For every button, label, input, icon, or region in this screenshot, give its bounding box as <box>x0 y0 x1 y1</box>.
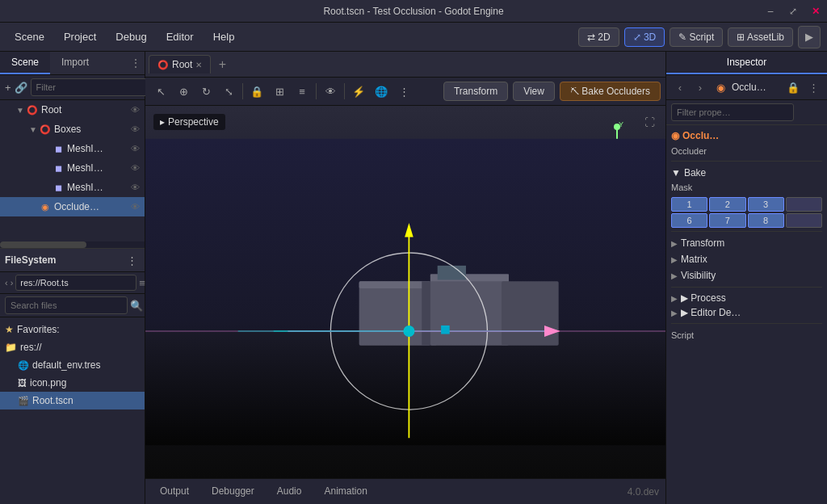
occluder-label: Occluder <box>671 146 822 156</box>
fs-path-options[interactable]: ≡ <box>139 275 145 291</box>
insp-editor-de-section[interactable]: ▶ ▶ Editor De… <box>671 305 822 320</box>
tree-vis-occluder[interactable]: 👁 <box>128 200 141 213</box>
tree-vis-mesh3[interactable]: 👁 <box>128 181 141 194</box>
mask-cell-2[interactable]: 2 <box>709 197 745 212</box>
close-button[interactable]: ✕ <box>804 0 827 23</box>
scale-tool-button[interactable]: ⤡ <box>218 81 239 102</box>
scene-filter-input[interactable] <box>31 78 153 96</box>
tab-debugger[interactable]: Debugger <box>204 482 262 502</box>
tab-inspector[interactable]: Inspector <box>666 52 827 74</box>
3d-viewport[interactable]: ▸ Perspective ⛶ Y Z X <box>145 106 665 478</box>
btn-script[interactable]: ✎ Script <box>670 27 723 47</box>
snap-button[interactable]: ≡ <box>292 81 313 102</box>
root-tab-icon: ⭕ <box>157 60 169 70</box>
version-label: 4.0.dev <box>628 486 659 498</box>
insp-history-forward[interactable]: › <box>691 78 709 96</box>
inspector-tabs: Inspector <box>666 52 827 75</box>
mask-cell-8[interactable]: 8 <box>748 213 784 228</box>
fs-item-icon-png[interactable]: 🖼 icon.png <box>0 374 145 392</box>
insp-options-button[interactable]: ⋮ <box>804 78 822 96</box>
scene-toolbar: + 🔗 🔍 ⋮ <box>0 75 145 100</box>
insp-bake-section[interactable]: ▼ Bake <box>671 165 822 181</box>
play-button[interactable]: ▶ <box>798 26 821 48</box>
fs-path-input[interactable] <box>15 275 136 291</box>
menu-editor[interactable]: Editor <box>158 27 202 46</box>
insp-visibility-section[interactable]: ▶ Visibility <box>671 267 822 284</box>
search-icon[interactable]: 🔍 <box>130 297 143 313</box>
filter-properties-input[interactable] <box>671 103 794 121</box>
menu-scene[interactable]: Scene <box>6 27 52 46</box>
tree-vis-boxes[interactable]: 👁 <box>128 123 141 136</box>
mask-cell-4[interactable] <box>786 197 822 212</box>
fs-item-res[interactable]: 📁 res:// <box>0 338 145 356</box>
insp-matrix-section[interactable]: ▶ Matrix <box>671 251 822 267</box>
fs-item-default-env[interactable]: 🌐 default_env.tres <box>0 356 145 374</box>
mask-cell-7[interactable]: 7 <box>709 213 745 228</box>
svg-rect-11 <box>145 331 665 445</box>
tab-animation[interactable]: Animation <box>316 482 375 502</box>
tree-vis-mesh2[interactable]: 👁 <box>128 162 141 174</box>
insp-process-section[interactable]: ▶ ▶ Process <box>671 291 822 305</box>
gizmo-env-button[interactable]: 🌐 <box>371 81 392 102</box>
transform-arrow-icon: ▶ <box>671 239 678 248</box>
tree-item-root[interactable]: ▼ ⭕ Root 👁 <box>0 100 145 120</box>
tree-item-mesh2[interactable]: ◼ MeshI… 👁 <box>0 158 145 178</box>
tree-item-boxes[interactable]: ▼ ⭕ Boxes 👁 <box>0 120 145 139</box>
root-tab-close[interactable]: ✕ <box>195 61 202 69</box>
occluder-icon: ◉ <box>39 200 52 213</box>
scene-scrollbar[interactable] <box>0 242 145 248</box>
scene-panel-options[interactable]: ⋮ <box>130 57 141 69</box>
tree-item-mesh3[interactable]: ◼ MeshI… 👁 <box>0 178 145 197</box>
mask-cell-1[interactable]: 1 <box>671 197 707 212</box>
btn-assetlib[interactable]: ⊞ AssetLib <box>728 27 793 47</box>
menu-debug[interactable]: Debug <box>107 27 154 46</box>
transform-button[interactable]: Transform <box>443 82 508 101</box>
mask-cell-3[interactable]: 3 <box>748 197 784 212</box>
viewport-more-button[interactable]: ⋮ <box>393 81 414 102</box>
menu-project[interactable]: Project <box>56 27 104 46</box>
insp-transform-section[interactable]: ▶ Transform <box>671 235 822 251</box>
rotate-tool-button[interactable]: ↻ <box>195 81 216 102</box>
fs-item-root-tscn[interactable]: 🎬 Root.tscn <box>0 392 145 410</box>
btn-3d[interactable]: ⤢ 3D <box>624 27 665 47</box>
filesystem-options-button[interactable]: ⋮ <box>124 252 140 268</box>
add-node-button[interactable]: + <box>5 78 11 96</box>
tab-output[interactable]: Output <box>152 482 197 502</box>
insp-occluder-icon: ◉ <box>712 78 729 96</box>
tab-import[interactable]: Import <box>50 52 100 74</box>
menu-help[interactable]: Help <box>205 27 243 46</box>
tab-audio[interactable]: Audio <box>269 482 310 502</box>
search-input[interactable] <box>5 296 128 314</box>
bake-section-label: Bake <box>684 167 706 178</box>
btn-2d[interactable]: ⇄ 2D <box>578 27 619 47</box>
tab-scene[interactable]: Scene <box>0 52 50 74</box>
link-node-button[interactable]: 🔗 <box>15 78 27 96</box>
lock-button[interactable]: 🔒 <box>246 81 267 102</box>
inspector-content: ◉ Occlu… Occluder ▼ Bake Mask 1 2 3 6 <box>666 125 827 504</box>
mask-cell-6[interactable]: 6 <box>671 213 707 228</box>
icon-png-icon: 🖼 <box>18 378 27 388</box>
visibility-button[interactable]: 👁 <box>320 81 341 102</box>
gizmo-light-button[interactable]: ⚡ <box>348 81 369 102</box>
mask-cell-empty[interactable] <box>786 213 822 228</box>
add-tab-button[interactable]: + <box>212 55 232 74</box>
minimize-button[interactable]: – <box>759 0 782 23</box>
grid-button[interactable]: ⊞ <box>269 81 290 102</box>
tree-item-mesh1[interactable]: ◼ MeshI… 👁 <box>0 139 145 158</box>
view-button[interactable]: View <box>513 82 555 101</box>
fs-forward-button[interactable]: › <box>10 275 14 290</box>
move-tool-button[interactable]: ⊕ <box>173 81 194 102</box>
insp-history-back[interactable]: ‹ <box>671 78 689 96</box>
filesystem-panel: FileSystem ⋮ ‹ › ≡ 🔍 ⇅ ★ Favorites: <box>0 248 145 504</box>
insp-lock-button[interactable]: 🔒 <box>784 78 802 96</box>
tree-item-occluder[interactable]: ◉ Occlude… 👁 <box>0 197 145 216</box>
select-tool-button[interactable]: ↖ <box>150 81 171 102</box>
scene-scrollbar-thumb[interactable] <box>0 242 86 248</box>
tree-vis-root[interactable]: 👁 <box>128 103 141 116</box>
fs-back-button[interactable]: ‹ <box>5 275 8 290</box>
insp-script-row: Script <box>671 327 822 343</box>
bake-occluders-button[interactable]: ⛏ Bake Occluders <box>560 82 661 101</box>
maximize-button[interactable]: ⤢ <box>782 0 804 23</box>
tree-vis-mesh1[interactable]: 👁 <box>128 142 141 155</box>
tab-root[interactable]: ⭕ Root ✕ <box>149 55 211 74</box>
